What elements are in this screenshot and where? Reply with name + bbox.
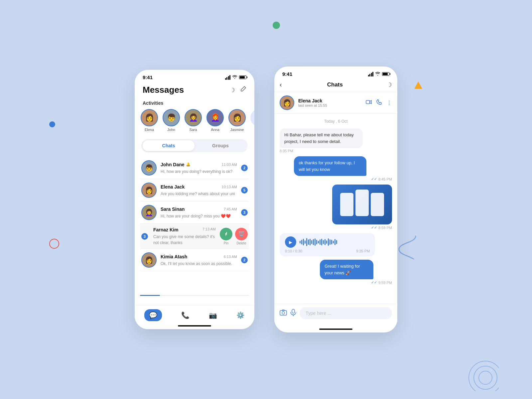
messages-area: Today , 6 Oct Hi Bahar, please tell me a… (274, 114, 397, 303)
delete-button[interactable]: 🗑️ (235, 228, 248, 240)
avatar-more: +4 (250, 109, 254, 126)
badge-elena: 5 (241, 187, 248, 194)
activity-elena[interactable]: 👩 Elena (141, 109, 158, 132)
msg-time-image: ✓✓ 8:59 PM (332, 225, 392, 230)
swipe-name: Farnaz Kim (153, 227, 178, 232)
wave-bar (315, 238, 316, 246)
badge-farnaz: 3 (141, 233, 148, 240)
chat-time-elena: 10:13 AM (222, 185, 237, 189)
check-icon-3: ✓✓ (371, 280, 377, 285)
activity-more[interactable]: +4 (250, 109, 254, 132)
deco-blue-dot (49, 121, 55, 127)
back-button[interactable]: ‹ (280, 81, 282, 88)
contact-info: Elena Jack last seen at 15:55 (298, 98, 362, 107)
delete-label: Delete (237, 241, 246, 245)
battery-icon (239, 75, 246, 79)
msg-bubble-sent-1: ok thanks for your follow up, I will let… (294, 156, 366, 176)
activities-list: 👩 Elena 👦 John 👩‍🦱 Sara 👩‍🦰 Anna 👩 Jasmi… (135, 109, 254, 136)
wave-bar (318, 241, 319, 243)
chat-item-sara[interactable]: 👩‍🦱 Sara Sinan 7:45 AM Hi, how are your … (140, 201, 249, 224)
contact-avatar: 👩 (280, 95, 294, 110)
chat-avatar-elena: 👩 (141, 183, 157, 198)
contact-action-icons: ⋮ (366, 99, 392, 106)
chat-nav-icon: 💬 (149, 312, 157, 319)
edit-icon[interactable] (240, 86, 246, 94)
chat-time-kimia: 6:13 AM (224, 255, 237, 259)
msg-time-sent-1: ✓✓ 8:45 PM (294, 177, 392, 181)
chat-name-john: John Dane 🔔 (161, 162, 191, 167)
nav-settings[interactable]: ⚙️ (231, 309, 250, 321)
status-bar-left: 9:41 (135, 70, 254, 82)
chat-avatar-john: 👦 (141, 160, 157, 176)
input-area: Type here ... (274, 304, 397, 323)
video-call-icon[interactable] (366, 99, 372, 106)
wave-bar (306, 238, 307, 246)
wave-bar (326, 240, 327, 244)
activity-name-john: John (167, 128, 175, 132)
chat-item-john[interactable]: 👦 John Dane 🔔 11:03 AM Hi, how are you d… (140, 157, 249, 179)
phone-left: 9:41 Messages ☽ (135, 70, 254, 329)
chat-item-kimia[interactable]: 👩 Kimia Atash 6:13 AM Ok, I'll let you k… (140, 249, 249, 271)
deco-circles (459, 358, 499, 392)
wave-bar (336, 240, 337, 244)
message-input[interactable]: Type here ... (300, 307, 392, 319)
phone-header-left: Messages ☽ (135, 82, 254, 99)
activity-anna[interactable]: 👩‍🦰 Anna (206, 109, 224, 132)
badge-sara: 3 (241, 209, 248, 216)
activities-label: Activities (135, 99, 254, 109)
settings-nav-icon: ⚙️ (236, 311, 245, 319)
pin-button[interactable] (220, 228, 232, 240)
mock-phone-3 (371, 193, 384, 216)
voice-duration: 0:10 / 0:30 (285, 249, 302, 253)
avatar-elena: 👩 (141, 109, 158, 126)
moon-icon-right[interactable]: ☽ (387, 81, 392, 88)
wave-bar (303, 239, 304, 245)
avatar-john: 👦 (163, 109, 180, 126)
chat-name-row-sara: Sara Sinan 7:45 AM (161, 206, 237, 212)
msg-bubble-sent-2: Great! I waiting for your news 🚀 (320, 260, 373, 279)
activity-jasmine[interactable]: 👩 Jasmine (228, 109, 246, 132)
phone-call-icon[interactable] (376, 99, 382, 106)
scroll-indicator (140, 295, 249, 296)
nav-camera[interactable]: 📷 (203, 309, 222, 321)
signal-icon (225, 75, 231, 80)
scroll-fill (140, 295, 160, 296)
nav-chat[interactable]: 💬 (139, 307, 167, 323)
wave-bar (301, 240, 302, 244)
chat-avatar-sara: 👩‍🦱 (141, 205, 157, 220)
svg-point-2 (479, 371, 492, 384)
activity-sara[interactable]: 👩‍🦱 Sara (185, 109, 202, 132)
moon-icon[interactable]: ☽ (230, 86, 235, 94)
pin-label: Pin (224, 241, 228, 245)
more-options-icon[interactable]: ⋮ (386, 99, 392, 106)
chat-info-john: John Dane 🔔 11:03 AM Hi, how are you doi… (161, 162, 237, 174)
chat-name-row-elena: Elena Jack 10:13 AM (161, 184, 237, 190)
deco-yellow-triangle (414, 81, 422, 89)
chat-preview-elena: Are you kidding me? whats about your uni (161, 192, 235, 196)
svg-rect-6 (292, 309, 295, 313)
camera-input-icon[interactable] (280, 309, 287, 318)
swipe-row: 3 Farnaz Kim 7:13 AM Can you give me som… (141, 227, 248, 245)
deco-circle-outline (49, 239, 59, 249)
swipe-time: 7:13 AM (202, 227, 216, 232)
signal-icon-right (368, 72, 374, 76)
tab-chats[interactable]: Chats (143, 140, 195, 151)
play-button[interactable]: ▶ (285, 236, 296, 248)
chat-name-kimia: Kimia Atash (161, 254, 187, 259)
chat-name-elena: Elena Jack (161, 184, 185, 190)
activity-john[interactable]: 👦 John (163, 109, 180, 132)
chat-preview-kimia: Ok, I'll let you know as soon as possibl… (161, 261, 232, 266)
chat-time-sara: 7:45 AM (224, 207, 237, 211)
nav-calls[interactable]: 📞 (176, 309, 195, 321)
swipe-item-farnaz[interactable]: 3 Farnaz Kim 7:13 AM Can you give me som… (140, 224, 249, 249)
chat-name-row-kimia: Kimia Atash 6:13 AM (161, 254, 237, 259)
contact-status: last seen at 15:55 (298, 103, 362, 107)
chat-item-elena[interactable]: 👩 Elena Jack 10:13 AM Are you kidding me… (140, 179, 249, 201)
mute-icon-john: 🔔 (186, 162, 191, 167)
wave-bar (321, 239, 322, 245)
mic-input-icon[interactable] (290, 309, 296, 318)
calls-nav-icon: 📞 (181, 311, 190, 319)
avatar-jasmine: 👩 (228, 109, 246, 126)
tab-groups[interactable]: Groups (195, 140, 246, 151)
home-indicator-right (319, 329, 352, 330)
